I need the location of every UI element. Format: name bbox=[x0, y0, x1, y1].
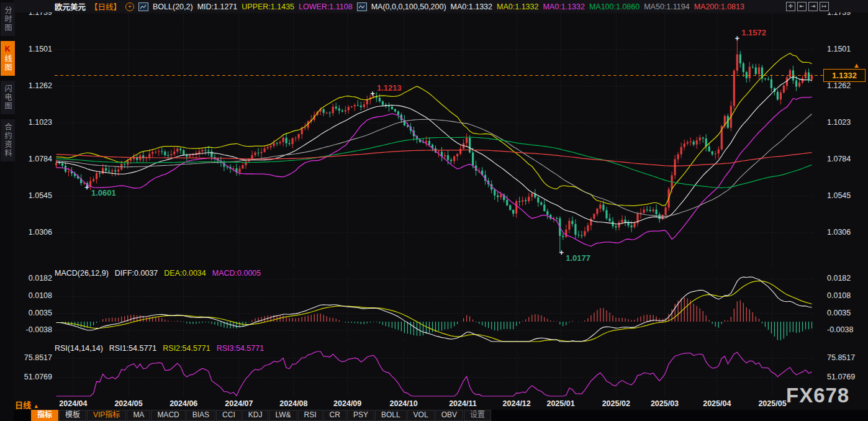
boll-chart-icon[interactable] bbox=[138, 2, 148, 11]
rsi3-value: RSI3:54.5771 bbox=[217, 344, 264, 353]
macd-dea-value: DEA:0.0034 bbox=[164, 269, 206, 278]
tab-kline-chart[interactable]: K线图 bbox=[1, 41, 15, 76]
toolbar-button-ma[interactable]: MA bbox=[127, 410, 150, 421]
pan-right-icon[interactable]: ↦ bbox=[820, 2, 829, 11]
macd-pane-header: MACD(26,12,9) DIFF:0.0037 DEA:0.0034 MAC… bbox=[55, 269, 261, 278]
toolbar-button-psy[interactable]: PSY bbox=[347, 410, 374, 421]
toolbar-button-boll[interactable]: BOLL bbox=[375, 410, 407, 421]
ma-value: MA0:1.1332 bbox=[543, 2, 584, 11]
macd-title: MACD(26,12,9) bbox=[55, 269, 109, 278]
macd-macd-value: MACD:0.0005 bbox=[212, 269, 261, 278]
price-up-arrow-icon: ▲ bbox=[853, 61, 860, 69]
indicator-toolbar: 指标模板VIP指标MAMACDBIASCCIKDJLW&RSICRPSYBOLL… bbox=[14, 410, 868, 421]
ma-values: MA0:1.1332MA0:1.1332MA0:1.1332MA100:1.08… bbox=[451, 2, 749, 11]
period-selector[interactable]: 日线 ▲ bbox=[15, 399, 39, 410]
fx678-kline-app: 分时图K线图闪电图合约资料 欧元美元 【日线】 + BOLL(20,2) MID… bbox=[0, 0, 868, 421]
ma-chart-icon[interactable] bbox=[357, 2, 367, 11]
toolbar-button-vip指标[interactable]: VIP指标 bbox=[87, 410, 126, 421]
ma-value: MA50:1.1194 bbox=[644, 2, 689, 11]
crosshair-icon[interactable]: ✛ bbox=[786, 2, 795, 11]
toolbar-button-rsi[interactable]: RSI bbox=[298, 410, 323, 421]
rsi-title: RSI(14,14,14) bbox=[55, 344, 103, 353]
boll-upper: UPPER:1.1435 bbox=[242, 2, 294, 11]
period-tag[interactable]: 【日线】 bbox=[90, 1, 121, 12]
tab-flash-chart[interactable]: 闪电图 bbox=[1, 81, 15, 114]
toolbar-button-lw&[interactable]: LW& bbox=[269, 410, 297, 421]
scroll-right-icon[interactable]: ⇥ bbox=[808, 2, 818, 11]
macd-diff-value: DIFF:0.0037 bbox=[115, 269, 158, 278]
boll-label: BOLL(20,2) bbox=[153, 2, 193, 11]
toolbar-button-vol[interactable]: VOL bbox=[407, 410, 435, 421]
toolbar-button-设置[interactable]: 设置 bbox=[464, 410, 491, 421]
toolbar-button-指标[interactable]: 指标 bbox=[31, 410, 58, 421]
ma-value: MA0:1.1332 bbox=[497, 2, 538, 11]
toolbar-button-obv[interactable]: OBV bbox=[435, 410, 463, 421]
rsi1-value: RSI1:54.5771 bbox=[109, 344, 156, 353]
toolbar-button-模板[interactable]: 模板 bbox=[59, 410, 86, 421]
tab-contract-info[interactable]: 合约资料 bbox=[1, 119, 15, 161]
watermark: FX678 bbox=[786, 384, 849, 407]
boll-lower: LOWER:1.1108 bbox=[299, 2, 353, 11]
period-label: 日线 bbox=[15, 401, 31, 410]
chart-toolbar-icons: ✛⇤⇥↦ bbox=[786, 2, 829, 11]
rsi-pane-header: RSI(14,14,14) RSI1:54.5771 RSI2:54.5771 … bbox=[55, 344, 264, 353]
toolbar-button-kdj[interactable]: KDJ bbox=[242, 410, 269, 421]
chart-type-sidebar: 分时图K线图闪电图合约资料 bbox=[0, 0, 14, 421]
scroll-left-icon[interactable]: ⇤ bbox=[797, 2, 807, 11]
toolbar-button-macd[interactable]: MACD bbox=[151, 410, 185, 421]
toolbar-button-cci[interactable]: CCI bbox=[216, 410, 242, 421]
ma-value: MA0:1.1332 bbox=[451, 2, 492, 11]
ma-label: MA(0,0,0,100,50,200) bbox=[371, 2, 446, 11]
boll-mid: MID:1.1271 bbox=[197, 2, 238, 11]
symbol-name: 欧元美元 bbox=[55, 1, 86, 12]
toolbar-button-cr[interactable]: CR bbox=[323, 410, 346, 421]
current-price-box: 1.1332 bbox=[823, 69, 866, 82]
rsi2-value: RSI2:54.5771 bbox=[163, 344, 210, 353]
chart-canvas[interactable] bbox=[0, 0, 868, 421]
chart-legend: 欧元美元 【日线】 + BOLL(20,2) MID:1.1271 UPPER:… bbox=[55, 1, 749, 12]
toolbar-button-bias[interactable]: BIAS bbox=[186, 410, 215, 421]
ma-value: MA100:1.0860 bbox=[589, 2, 640, 11]
ma-value: MA200:1.0813 bbox=[694, 2, 744, 11]
tab-time-chart[interactable]: 分时图 bbox=[1, 2, 15, 36]
circle-plus-icon[interactable]: + bbox=[125, 2, 134, 11]
period-caret-icon: ▲ bbox=[34, 403, 39, 409]
